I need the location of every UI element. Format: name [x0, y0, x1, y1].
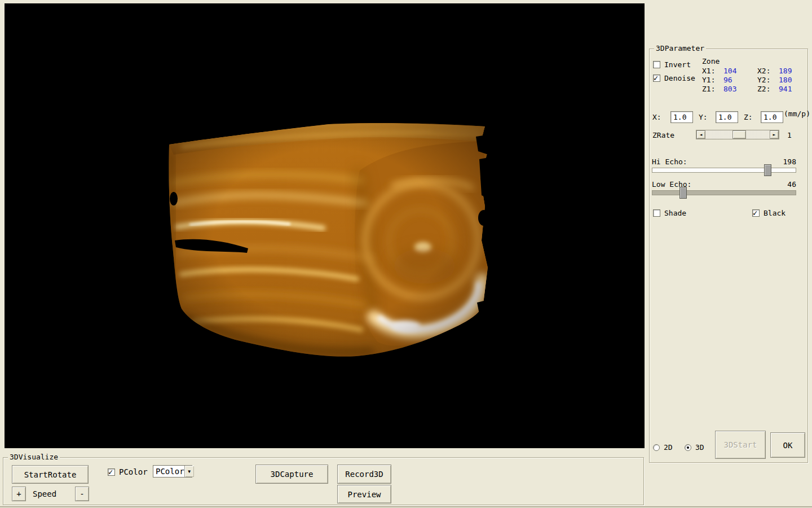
scale-z-input[interactable] [761, 111, 783, 123]
zone-x2-value: 189 [779, 67, 804, 75]
start-3d-button[interactable]: 3DStart [715, 431, 766, 459]
mode-2d-radio[interactable] [653, 444, 660, 451]
speed-label: Speed [33, 489, 56, 498]
hi-echo-slider[interactable] [652, 168, 796, 173]
invert-label: Invert [664, 60, 691, 69]
capture-3d-button[interactable]: 3DCapture [255, 465, 328, 484]
dropdown-arrow-icon[interactable]: ▼ [184, 466, 194, 477]
ultrasound-3d-app-window: { "colors": { "background": "#ece9d8", "… [0, 0, 812, 508]
mode-3d-radio[interactable] [685, 444, 691, 451]
zone-x1-value: 104 [723, 67, 757, 75]
speed-minus-button[interactable]: - [75, 487, 89, 501]
zone-title: Zone [702, 57, 720, 65]
black-checkbox[interactable] [752, 209, 760, 217]
speed-plus-button[interactable]: + [12, 487, 26, 501]
ok-button[interactable]: OK [770, 432, 805, 458]
denoise-checkbox-row: Denoise [653, 74, 695, 82]
zone-y2-label: Y2: [757, 76, 779, 84]
zone-row-y: Y1:96Y2:180 [702, 76, 804, 84]
invert-checkbox[interactable] [653, 61, 660, 68]
denoise-checkbox[interactable] [653, 75, 660, 82]
record-3d-button[interactable]: Record3D [337, 465, 391, 484]
parameter-panel: 3DParameter Invert Denoise Zone X1:104X2… [649, 49, 808, 463]
hi-echo-value: 198 [774, 157, 796, 166]
zrate-track[interactable] [705, 130, 770, 139]
mode-3d-label: 3D [695, 443, 704, 452]
pcolor-checkbox-row: PColor [108, 467, 148, 476]
scale-y-input[interactable] [716, 111, 738, 123]
zone-row-z: Z1:803Z2:941 [702, 85, 804, 93]
scale-unit-label: (mm/p) [784, 110, 810, 118]
zrate-left-arrow-icon[interactable]: ◄ [696, 130, 705, 139]
scale-x-input[interactable] [670, 111, 693, 123]
zone-z2-label: Z2: [757, 85, 779, 93]
hi-echo-label: Hi Echo: [652, 157, 687, 166]
scale-x-label: X: [652, 113, 661, 121]
preview-button[interactable]: Preview [337, 485, 391, 503]
low-echo-thumb[interactable] [679, 187, 687, 199]
zone-x1-label: X1: [702, 67, 723, 75]
zone-z2-value: 941 [779, 85, 804, 93]
zrate-label: ZRate [652, 131, 674, 139]
shade-label: Shade [664, 209, 686, 217]
pcolor-checkbox[interactable] [108, 468, 115, 476]
black-label: Black [764, 209, 785, 217]
render-viewport[interactable] [5, 3, 645, 448]
hi-echo-thumb[interactable] [764, 164, 771, 176]
parameter-panel-title: 3DParameter [654, 44, 706, 52]
zone-z1-value: 803 [723, 85, 757, 93]
scale-z-label: Z: [744, 113, 753, 121]
pcolor-label: PColor [119, 467, 148, 476]
zrate-thumb[interactable] [732, 130, 746, 139]
zone-row-x: X1:104X2:189 [702, 67, 804, 75]
zrate-value: 1 [787, 131, 792, 139]
zrate-scrollbar[interactable]: ◄ ► [696, 130, 779, 139]
zone-z1-label: Z1: [702, 85, 723, 93]
mode-3d-radio-row: 3D [685, 443, 704, 452]
invert-checkbox-row: Invert [653, 60, 691, 69]
zrate-right-arrow-icon[interactable]: ► [770, 130, 779, 139]
denoise-label: Denoise [664, 74, 695, 82]
pcolor-dropdown[interactable]: PColor ▼ [153, 465, 192, 478]
pcolor-dropdown-value: PColor [153, 467, 184, 476]
zone-y1-label: Y1: [702, 76, 723, 84]
visualize-panel: 3DVisualize StartRotate + Speed - PColor… [3, 457, 644, 505]
shade-checkbox-row: Shade [653, 209, 686, 217]
black-checkbox-row: Black [752, 209, 785, 217]
visualize-panel-title: 3DVisualize [8, 453, 60, 461]
shade-checkbox[interactable] [653, 209, 660, 217]
volume-render-3d[interactable] [5, 3, 645, 448]
low-echo-value: 46 [774, 180, 796, 189]
zone-y2-value: 180 [779, 76, 804, 84]
start-rotate-button[interactable]: StartRotate [12, 465, 89, 484]
zone-y1-value: 96 [723, 76, 757, 84]
mode-2d-label: 2D [664, 443, 673, 452]
mode-2d-radio-row: 2D [653, 443, 673, 452]
low-echo-slider[interactable] [652, 190, 796, 195]
scale-y-label: Y: [699, 113, 708, 121]
zone-x2-label: X2: [757, 67, 779, 75]
